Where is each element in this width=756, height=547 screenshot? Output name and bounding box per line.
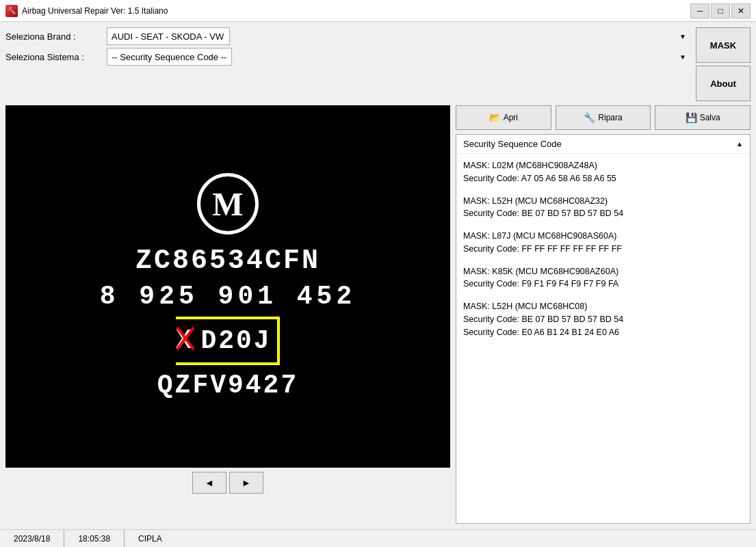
maximize-button[interactable]: □ [711,3,730,18]
ripara-label: Ripara [598,113,622,122]
image-container: M ZC86534CFN 8 925 901 452 X [5,105,450,468]
title-bar: 🔧 Airbag Universal Repair Ver: 1.5 Itali… [0,0,756,22]
brand-row: Seleziona Brand : AUDI - SEAT - SKODA - … [5,27,690,45]
system-select[interactable]: -- Security Sequence Code -- [107,48,232,66]
airbag-image: M ZC86534CFN 8 925 901 452 X [5,105,450,468]
salva-label: Salva [700,113,720,122]
security-panel-title: Security Sequence Code [463,139,562,149]
code-line-4: QZFV9427 [157,371,298,400]
code-highlighted-box: X D20J [176,317,279,365]
image-panel: M ZC86534CFN 8 925 901 452 X [5,105,450,524]
app-icon: 🔧 [5,5,18,17]
security-entry: MASK: L02M (MC68HC908AZ48A)Security Code… [463,159,743,185]
brand-select-wrapper: AUDI - SEAT - SKODA - VW [107,27,690,45]
security-panel-header: Security Sequence Code ▲ [456,135,750,154]
security-code-line: Security Code: A7 05 A6 58 A6 58 A6 55 [463,172,743,185]
code-line-1: ZC86534CFN [135,245,320,276]
form-section: Seleziona Brand : AUDI - SEAT - SKODA - … [5,27,690,66]
x-icon: X [176,322,198,352]
next-button[interactable]: ► [229,472,263,494]
repair-icon: 🔧 [584,112,595,123]
about-button[interactable]: About [696,66,751,101]
close-button[interactable]: ✕ [731,3,751,18]
mask-line: MASK: L02M (MC68HC908AZ48A) [463,159,743,172]
motorola-logo: M [197,173,259,235]
ripara-button[interactable]: 🔧 Ripara [556,105,651,130]
prev-button[interactable]: ◄ [192,472,226,494]
mask-line: MASK: K85K (MCU MC68HC908AZ60A) [463,265,743,278]
nav-buttons: ◄ ► [5,472,450,494]
action-buttons: MASK About [696,27,751,101]
content-area: M ZC86534CFN 8 925 901 452 X [5,105,751,524]
security-panel: Security Sequence Code ▲ MASK: L02M (MC6… [456,134,751,524]
code-line-2: 8 925 901 452 [100,282,356,311]
system-row: Seleziona Sistema : -- Security Sequence… [5,48,690,66]
security-entry: MASK: L87J (MCU MC68HC908AS60A)Security … [463,230,743,256]
save-icon: 💾 [686,112,697,123]
security-code-line: Security Code: BE 07 BD 57 BD 57 BD 54 [463,207,743,220]
top-row: Seleziona Brand : AUDI - SEAT - SKODA - … [5,27,751,101]
security-entry: MASK: K85K (MCU MC68HC908AZ60A)Security … [463,265,743,291]
main-content: Seleziona Brand : AUDI - SEAT - SKODA - … [0,22,756,529]
security-code-line: Security Code: BE 07 BD 57 BD 57 BD 54 [463,313,743,326]
highlighted-code-row: X D20J [176,317,279,365]
red-x-mark: X [176,322,198,360]
mask-button[interactable]: MASK [696,27,751,63]
status-time: 18:05:38 [64,530,125,547]
mask-line: MASK: L52H (MCU MC68HC08AZ32) [463,195,743,208]
folder-open-icon: 📂 [489,112,501,123]
brand-label: Seleziona Brand : [5,31,101,42]
scroll-up-icon[interactable]: ▲ [736,140,743,148]
salva-button[interactable]: 💾 Salva [655,105,751,130]
security-panel-scroll[interactable]: MASK: L02M (MC68HC908AZ48A)Security Code… [456,154,750,523]
apri-button[interactable]: 📂 Apri [456,105,551,130]
security-code-line: Security Code: F9 F1 F9 F4 F9 F7 F9 FA [463,278,743,291]
status-bar: 2023/8/18 18:05:38 CIPLA [0,529,756,547]
security-entry: MASK: L52H (MCU MC68HC08)Security Code: … [463,300,743,338]
file-buttons: 📂 Apri 🔧 Ripara 💾 Salva [456,105,751,130]
mask-line: MASK: L52H (MCU MC68HC08) [463,300,743,313]
security-code-line-2: Security Code: E0 A6 B1 24 B1 24 E0 A6 [463,326,743,339]
security-entry: MASK: L52H (MCU MC68HC08AZ32)Security Co… [463,195,743,221]
title-bar-text: Airbag Universal Repair Ver: 1.5 Italian… [22,6,690,16]
status-date: 2023/8/18 [0,530,64,547]
status-extra: CIPLA [125,530,176,547]
mask-line: MASK: L87J (MCU MC68HC908AS60A) [463,230,743,243]
apri-label: Apri [504,113,518,122]
system-select-wrapper: -- Security Sequence Code -- [107,48,690,66]
right-panel: 📂 Apri 🔧 Ripara 💾 Salva Security Sequenc… [456,105,751,524]
minimize-button[interactable]: ─ [690,3,709,18]
brand-select[interactable]: AUDI - SEAT - SKODA - VW [107,27,230,45]
system-label: Seleziona Sistema : [5,52,101,62]
security-code-line: Security Code: FF FF FF FF FF FF FF FF [463,243,743,256]
title-bar-controls: ─ □ ✕ [690,3,751,18]
code-line-3: D20J [200,326,271,356]
